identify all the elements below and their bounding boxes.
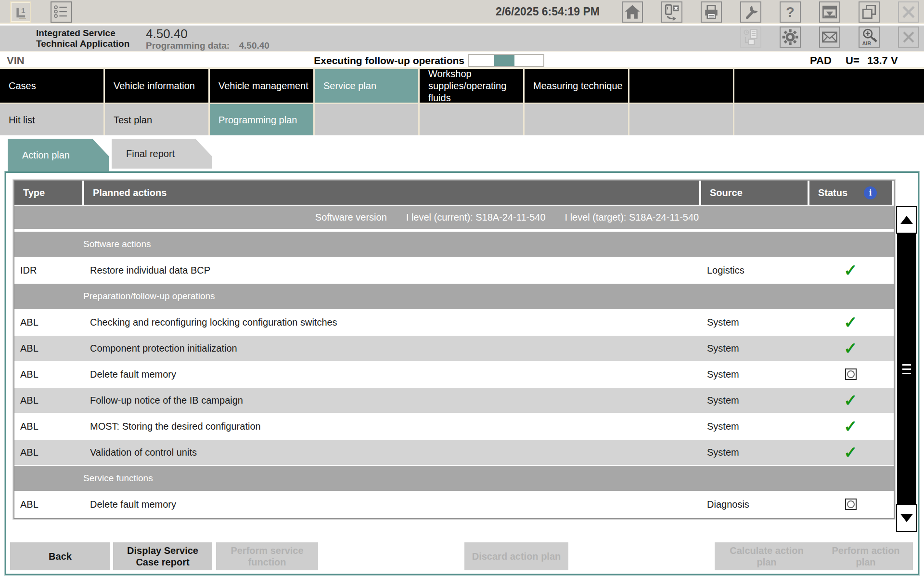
section-row-service-functions: Service functions bbox=[14, 466, 894, 492]
status-cell: ✓ bbox=[809, 258, 892, 283]
discard-action-plan-button[interactable]: Discard action plan bbox=[464, 542, 568, 570]
action-cell: Delete fault memory bbox=[84, 492, 701, 517]
progress-bar bbox=[468, 54, 544, 67]
perform-service-function-button[interactable]: Perform service function bbox=[216, 542, 318, 570]
action-cell: Delete fault memory bbox=[84, 362, 701, 387]
table-row-restore-individual-data-bcp[interactable]: IDRRestore individual data BCPLogistics✓ bbox=[14, 258, 894, 284]
close-icon bbox=[899, 2, 918, 22]
info-icon[interactable]: i bbox=[864, 186, 877, 199]
window-switch-icon bbox=[860, 2, 879, 22]
settings-button[interactable] bbox=[780, 26, 801, 48]
sub-tab-programming-plan[interactable]: Programming plan bbox=[210, 104, 313, 136]
table-row-most-storing-the-desired-configuration[interactable]: ABLMOST: Storing the desired configurati… bbox=[14, 414, 894, 440]
back-button[interactable]: Back bbox=[10, 542, 110, 570]
page-tab-action-plan[interactable]: Action plan bbox=[8, 139, 109, 171]
section-row-software-actions: Software actions bbox=[14, 232, 894, 258]
table-body: Software versionI level (current): S18A-… bbox=[14, 205, 894, 518]
main-tab-vehicle-management[interactable]: Vehicle management bbox=[210, 69, 313, 103]
tools-button[interactable] bbox=[740, 1, 761, 23]
close-session-button[interactable] bbox=[898, 26, 919, 48]
main-tab-cases[interactable]: Cases bbox=[0, 69, 103, 103]
navigation: CasesVehicle informationVehicle manageme… bbox=[0, 69, 924, 136]
programming-data-value: 4.50.40 bbox=[239, 40, 269, 51]
calculate-action-plan-button[interactable]: Calculate action plan bbox=[715, 542, 819, 570]
main-tab-vehicle-information[interactable]: Vehicle information bbox=[105, 69, 208, 103]
scroll-down-button[interactable] bbox=[896, 504, 917, 532]
column-header-planned-actions: Planned actions bbox=[84, 181, 701, 205]
sub-tab-empty bbox=[420, 104, 523, 136]
printer-icon bbox=[702, 2, 721, 22]
printer-button[interactable] bbox=[701, 1, 722, 23]
close-app-button[interactable] bbox=[898, 1, 919, 23]
info-part: Software version bbox=[315, 212, 387, 223]
source-cell: System bbox=[701, 336, 809, 361]
tab-label: Vehicle management bbox=[218, 80, 308, 92]
tab-label: Measuring technique bbox=[533, 80, 623, 92]
l1-level-button[interactable]: 1 bbox=[10, 1, 31, 23]
status-pending-icon bbox=[845, 499, 857, 510]
pad-label: PAD bbox=[810, 54, 832, 67]
main-tab-measuring-technique[interactable]: Measuring technique bbox=[525, 69, 628, 103]
sub-tab-test-plan[interactable]: Test plan bbox=[105, 104, 208, 136]
status-pending-icon bbox=[845, 368, 857, 380]
mail-button[interactable] bbox=[819, 26, 840, 48]
svg-text:1: 1 bbox=[21, 6, 26, 14]
display-service-case-report-button[interactable]: Display Service Case report bbox=[113, 542, 212, 570]
voltage-value: 13.7 V bbox=[867, 54, 898, 67]
status-cell: ✓ bbox=[809, 388, 892, 413]
status-check-icon: ✓ bbox=[844, 340, 858, 356]
type-cell: IDR bbox=[14, 258, 84, 283]
source-cell: System bbox=[701, 440, 809, 465]
status-cell: ✓ bbox=[809, 336, 892, 361]
type-cell: ABL bbox=[14, 388, 84, 413]
operations-list-button[interactable] bbox=[51, 1, 72, 23]
perform-action-plan-button[interactable]: Perform action plan bbox=[819, 542, 913, 570]
type-cell: ABL bbox=[14, 362, 84, 387]
table-row-checking-and-reconfiguring-locking-configuration-switches[interactable]: ABLChecking and reconfiguring locking co… bbox=[14, 310, 894, 336]
scrollbar-thumb[interactable] bbox=[897, 234, 916, 504]
tab-label: Final report bbox=[126, 148, 175, 159]
source-cell: System bbox=[701, 310, 809, 335]
action-plan-panel: Type Planned actions Source Status i Sof… bbox=[5, 171, 919, 575]
home-icon bbox=[623, 2, 642, 22]
source-cell: Diagnosis bbox=[701, 492, 809, 517]
sub-tab-hit-list[interactable]: Hit list bbox=[0, 104, 103, 136]
status-check-icon: ✓ bbox=[844, 262, 858, 278]
info-part: I level (current): S18A-24-11-540 bbox=[406, 212, 546, 223]
datetime: 2/6/2025 6:54:19 PM bbox=[496, 5, 600, 18]
column-header-type: Type bbox=[14, 181, 84, 205]
table-row-delete-fault-memory[interactable]: ABLDelete fault memorySystem bbox=[14, 362, 894, 388]
app-title: Integrated Service Technical Application bbox=[36, 28, 144, 49]
scroll-grip-line bbox=[902, 373, 911, 374]
minimize-button[interactable] bbox=[819, 1, 840, 23]
service-report-button[interactable] bbox=[740, 26, 761, 48]
sub-tab-bar: Hit listTest planProgramming plan bbox=[0, 104, 924, 136]
terminal-disconnect-button[interactable] bbox=[661, 1, 682, 23]
planned-actions-table: Type Planned actions Source Status i Sof… bbox=[13, 180, 895, 519]
status-header-label: Status bbox=[818, 187, 847, 198]
help-button[interactable]: ? bbox=[780, 1, 801, 23]
home-button[interactable] bbox=[622, 1, 643, 23]
page-tab-final-report[interactable]: Final report bbox=[112, 139, 212, 169]
table-row-follow-up-notice-of-the-ib-campaign[interactable]: ABLFollow-up notice of the IB campaignSy… bbox=[14, 388, 894, 414]
table-row-component-protection-initialization[interactable]: ABLComponent protection initializationSy… bbox=[14, 336, 894, 362]
main-tab-service-plan[interactable]: Service plan bbox=[315, 69, 418, 103]
operation-status-text: Executing follow-up operations bbox=[314, 55, 464, 66]
table-header: Type Planned actions Source Status i bbox=[14, 181, 894, 205]
scroll-up-button[interactable] bbox=[896, 206, 917, 234]
tab-label: Test plan bbox=[114, 114, 152, 126]
column-header-status: Status i bbox=[809, 181, 892, 205]
table-row-validation-of-control-units[interactable]: ABLValidation of control unitsSystem✓ bbox=[14, 440, 894, 466]
progress-bar-segment bbox=[494, 55, 514, 66]
window-switch-button[interactable] bbox=[859, 1, 880, 23]
software-version-row: Software versionI level (current): S18A-… bbox=[14, 206, 894, 232]
main-tab-workshop-supplies-operating-fluids[interactable]: Workshop supplies/operating fluids bbox=[420, 69, 523, 103]
table-row-delete-fault-memory[interactable]: ABLDelete fault memoryDiagnosis bbox=[14, 492, 894, 518]
vin-label: VIN bbox=[7, 54, 25, 67]
status-bar: VIN Executing follow-up operations PAD U… bbox=[0, 52, 924, 69]
vertical-scrollbar bbox=[896, 206, 917, 532]
status-cell bbox=[809, 362, 892, 387]
type-cell: ABL bbox=[14, 310, 84, 335]
air-search-button[interactable]: AIR bbox=[859, 26, 880, 48]
close-icon bbox=[899, 27, 918, 47]
